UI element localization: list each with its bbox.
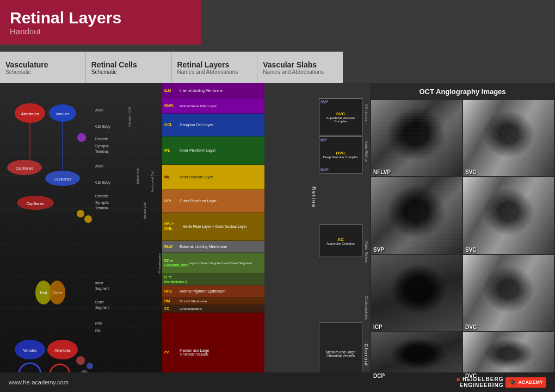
svg-text:Terminal: Terminal: [95, 206, 109, 210]
svg-text:Inner: Inner: [95, 281, 104, 285]
svg-text:BM: BM: [95, 329, 101, 333]
svg-text:Arterioles: Arterioles: [21, 112, 39, 116]
dvc-label: DVC: [336, 151, 346, 155]
svg-point-61: [84, 215, 92, 223]
inner-retina-label: Inner Retina: [365, 141, 368, 161]
svg-text:Synaptic: Synaptic: [95, 201, 109, 205]
brand-line1: ■ HEIDELBERG: [457, 376, 503, 382]
oct-cell-dvc: DVC: [463, 255, 554, 331]
tab-vascular-slabs-subtitle: Names and Abbrevations: [263, 69, 337, 75]
svg-point-59: [77, 133, 86, 142]
outer-retina-label: Outer Retina: [365, 241, 368, 263]
oct-img-svp: [371, 177, 462, 253]
vasculature-schematic: Arterioles Venules Capillaries Capillari…: [0, 83, 163, 392]
tab-retinal-layers-subtitle: Names and Abbrevations: [177, 69, 252, 75]
layer-hfl-onl-abbr: HFL+ONL: [164, 222, 183, 231]
tab-retinal-cells-title: Retinal Cells: [91, 60, 166, 69]
layer-inl-abbr: INL: [164, 175, 180, 179]
svc-label: SVC: [336, 111, 345, 116]
layer-gcl: GCL Ganglion Cell Layer: [162, 114, 264, 136]
tab-retinal-layers[interactable]: Retinal Layers Names and Abbrevations: [172, 52, 258, 83]
tab-vasculature[interactable]: Vasculature Schematic: [0, 52, 86, 83]
tab-retinal-cells[interactable]: Retinal Cells Schematic: [86, 52, 172, 83]
oct-section: OCT Angiography Images NFLVP SVC SVP SVC: [370, 83, 555, 392]
vasculature-svg: Arterioles Venules Capillaries Capillari…: [0, 83, 163, 392]
layer-blocks: ILM Internal Limiting Membrane RNFL Reti…: [162, 83, 264, 392]
layer-rpe-abbr: RPE: [164, 289, 180, 293]
svg-text:Synaptic: Synaptic: [95, 144, 109, 148]
layer-ez-abbr: EZ mEllipsoid Zone: [164, 259, 188, 267]
oct-title: OCT Angiography Images: [370, 83, 555, 99]
svg-text:Rod: Rod: [40, 291, 47, 295]
layer-rnfl-name: Retinal Nerve Fiber Layer: [180, 104, 217, 108]
oct-img-icp: [371, 255, 462, 331]
academy-label: ACADEMY: [518, 379, 543, 385]
layer-opl: OPL Outer Plexiform Layer: [162, 190, 264, 213]
layer-hfl-onl: HFL+ONL Henle Fiber Layer + Outer Nuclea…: [162, 213, 264, 241]
layer-ilm-abbr: ILM: [164, 89, 180, 92]
layer-cc-name: Choriocapillaris: [180, 307, 202, 310]
svg-text:Venules: Venules: [23, 349, 37, 352]
ac-box: AC Avascular Complex: [319, 225, 362, 257]
tab-bar: Vasculature Schematic Retinal Cells Sche…: [0, 52, 343, 83]
svg-text:Capillaries: Capillaries: [27, 202, 45, 206]
layer-elm: ELM External Limiting Membrane: [162, 241, 264, 253]
retina-label: Retina: [311, 186, 317, 208]
brand-line2: ENGINEERING: [457, 382, 503, 388]
header-block: Retinal Layers Handout: [0, 0, 201, 45]
svc-box: SVC Superficial Vascular Complex SVP: [319, 98, 362, 135]
ac-label: AC: [337, 237, 344, 242]
layer-ipl-name: Inner Plexiform Layer: [180, 148, 216, 152]
layer-rnfl-abbr: RNFL: [164, 104, 180, 108]
choriocapillaris-label: Choriocapillaris: [365, 296, 368, 320]
dvc-box: DVC Deep Vascular Complex ICP DCP: [319, 136, 362, 173]
layer-ilm: ILM Internal Limiting Membrane: [162, 83, 264, 98]
icp-tag: ICP: [320, 138, 327, 142]
oct-img-svc1: [463, 100, 554, 176]
oct-cell-svc-2: SVC: [463, 177, 554, 253]
oct-label-dcp: DCP: [373, 373, 385, 379]
ac-name: Avascular Complex: [326, 242, 355, 245]
tab-retinal-cells-subtitle: Schematic: [91, 69, 166, 75]
layer-inl-name: Inner Nuclear Layer: [180, 175, 213, 179]
layer-cc-abbr: CC: [164, 307, 180, 310]
layer-rpe: RPE Retinal Pigment Epithelium: [162, 285, 264, 297]
oct-grid: NFLVP SVC SVP SVC ICP DVC: [370, 99, 555, 332]
svg-text:Venules: Venules: [56, 112, 70, 116]
oct-cell-svp: SVP: [371, 177, 462, 253]
choriocapillaris-region: Choriocapillaris: [362, 294, 370, 321]
layer-ilm-name: Internal Limiting Membrane: [180, 89, 223, 92]
layer-inl: INL Inner Nuclear Layer: [162, 165, 264, 190]
page-title: Retinal Layers: [10, 9, 201, 27]
layer-gcl-abbr: GCL: [164, 123, 180, 127]
choroid-label: Choroid: [363, 344, 369, 366]
oct-cell-nflvp: NFLVP: [371, 100, 462, 176]
tab-vascular-slabs[interactable]: Vascular Slabs Names and Abbrevations: [257, 52, 343, 83]
layer-opl-name: Outer Plexiform Layer: [180, 199, 217, 203]
svg-text:Axon: Axon: [95, 164, 103, 168]
svg-text:Terminal: Terminal: [95, 150, 109, 153]
oct-label-icp: ICP: [373, 324, 383, 330]
layer-hfl-onl-name: Henle Fiber Layer + Outer Nuclear Layer: [183, 225, 247, 228]
oct-label-dvc: DVC: [465, 324, 477, 330]
svg-text:Horizontal Cell: Horizontal Cell: [151, 171, 154, 192]
svc-name: Superficial Vascular Complex: [320, 116, 361, 123]
svg-text:Segment: Segment: [95, 287, 109, 291]
outer-retina-region: Outer Retina: [362, 208, 370, 295]
svg-text:Outer: Outer: [95, 300, 104, 304]
svg-text:Cone: Cone: [53, 291, 62, 295]
footer-url: www.he-academy.com: [9, 379, 69, 385]
layer-ipl-abbr: IPL: [164, 148, 180, 152]
svg-text:RPE: RPE: [95, 322, 103, 326]
layer-choroidal-name: Medium and LargeChoroidal Vessels: [180, 349, 209, 356]
academy-badge: 🎓 ACADEMY: [505, 377, 546, 388]
brand-highlight: ■: [457, 376, 460, 382]
svg-text:Photoreceptor: Photoreceptor: [158, 253, 161, 273]
oct-cell-icp: ICP: [371, 255, 462, 331]
oct-label-svp: SVP: [373, 247, 384, 253]
svg-text:Capillaries: Capillaries: [16, 166, 34, 171]
diagram-area: Arterioles Venules Capillaries Capillari…: [0, 83, 370, 392]
svg-text:Cell Body: Cell Body: [95, 125, 111, 129]
layer-iz-abbr: IZ reInterdigitation Z: [164, 275, 192, 284]
tab-vasculature-title: Vasculature: [5, 60, 80, 69]
